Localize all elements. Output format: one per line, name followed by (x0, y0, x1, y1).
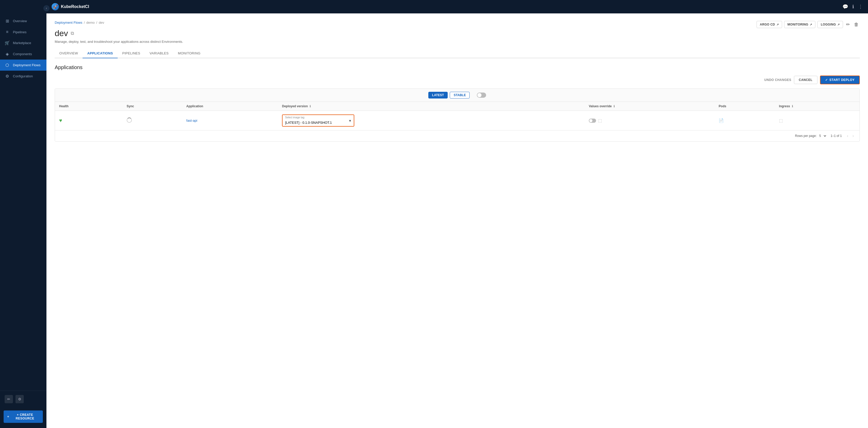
tab-variables[interactable]: VARIABLES (145, 49, 174, 58)
col-header-values-override: Values override ℹ (585, 102, 714, 111)
cancel-button[interactable]: CANCEL (794, 76, 817, 84)
delete-page-button[interactable]: 🗑 (853, 21, 860, 28)
settings-tool-icon[interactable]: ⚙ (16, 395, 24, 403)
deployed-version-info-icon[interactable]: ℹ (310, 105, 311, 108)
start-deploy-checkmark-icon: ✓ (825, 78, 828, 82)
start-deploy-button[interactable]: ✓ START DEPLOY (820, 75, 860, 84)
logging-external-icon: ↗ (837, 23, 840, 26)
argo-cd-external-icon: ↗ (776, 23, 779, 26)
sidebar-item-configuration-label: Configuration (13, 74, 33, 78)
create-resource-plus-icon: + (7, 415, 9, 419)
table-action-bar: UNDO CHANGES CANCEL ✓ START DEPLOY (55, 75, 860, 84)
undo-changes-button[interactable]: UNDO CHANGES (764, 78, 792, 82)
monitoring-button[interactable]: MONITORING ↗ (784, 21, 815, 28)
tab-overview[interactable]: OVERVIEW (55, 49, 83, 58)
page-title-text: dev (55, 29, 68, 38)
cell-deployed-version[interactable]: Select image tag [LATEST] - 0.1.0-SNAPSH… (278, 111, 585, 130)
version-filter-bar: LATEST STABLE (55, 89, 860, 102)
values-edit-icon[interactable]: ⬚ (598, 118, 602, 123)
ingress-info-icon[interactable]: ℹ (792, 105, 793, 108)
version-toggle-switch[interactable] (477, 93, 486, 98)
next-page-button[interactable]: › (851, 133, 855, 139)
rows-per-page-label: Rows per page: (795, 134, 817, 138)
cell-application: fast-api (182, 111, 278, 130)
chat-icon[interactable]: 💬 (842, 4, 848, 9)
sidebar-item-configuration[interactable]: ⚙ Configuration (0, 71, 46, 82)
breadcrumb-deployment-flows[interactable]: Deployment Flows (55, 21, 82, 25)
col-header-pods: Pods (714, 102, 775, 111)
topbar-actions: 💬 ℹ ⋮ (842, 4, 863, 9)
applications-section-title: Applications (55, 64, 860, 70)
sidebar-item-pipelines-label: Pipelines (13, 30, 27, 34)
sidebar-item-marketplace-label: Marketplace (13, 41, 31, 45)
cell-pods: 📄 (714, 111, 775, 130)
start-deploy-label: START DEPLOY (829, 78, 855, 82)
cell-ingress: ⬚ (775, 111, 860, 130)
edit-page-button[interactable]: ✏ (845, 21, 851, 28)
breadcrumb-sep-2: / (96, 21, 97, 25)
argo-cd-label: ARGO CD (760, 23, 775, 26)
sidebar-item-deployment-flows[interactable]: ⬡ Deployment Flows (0, 60, 46, 71)
sync-spinner-icon (127, 118, 132, 123)
rows-per-page-select[interactable]: 5 10 25 (818, 134, 827, 138)
edit-tool-icon[interactable]: ✏ (5, 395, 13, 403)
sidebar-item-components[interactable]: ◈ Components (0, 48, 46, 60)
app-link-fast-api[interactable]: fast-api (186, 119, 197, 123)
sidebar-collapse-button[interactable]: ‹ (43, 5, 50, 12)
tab-bar: OVERVIEW APPLICATIONS PIPELINES VARIABLE… (55, 49, 860, 58)
sidebar-item-components-label: Components (13, 52, 32, 56)
logging-button[interactable]: LOGGING ↗ (817, 21, 843, 28)
sidebar: ‹ ⊞ Overview ≡ Pipelines 🛒 Marketplace ◈… (0, 0, 46, 428)
content-area: Deployment Flows / demo / dev dev ⧉ Mana… (46, 13, 868, 428)
pipelines-icon: ≡ (5, 30, 10, 34)
page-header-actions: ARGO CD ↗ MONITORING ↗ LOGGING ↗ ✏ 🗑 (756, 21, 860, 28)
sidebar-item-pipelines[interactable]: ≡ Pipelines (0, 27, 46, 37)
breadcrumb: Deployment Flows / demo / dev (55, 21, 183, 25)
copy-title-icon[interactable]: ⧉ (71, 31, 74, 36)
create-resource-button[interactable]: + + CREATE RESOURCE (4, 410, 43, 423)
argo-cd-button[interactable]: ARGO CD ↗ (756, 21, 782, 28)
components-icon: ◈ (5, 52, 10, 57)
app-name: KubeRocketCI (61, 4, 89, 9)
more-options-icon[interactable]: ⋮ (858, 4, 863, 9)
sidebar-item-overview[interactable]: ⊞ Overview (0, 15, 46, 27)
health-heart-icon: ♥ (59, 118, 62, 123)
breadcrumb-dev: dev (99, 21, 104, 25)
applications-table: Health Sync Application Deployed version… (55, 102, 860, 130)
ingress-icon[interactable]: ⬚ (779, 118, 783, 123)
col-header-sync: Sync (123, 102, 182, 111)
sidebar-item-deployment-flows-label: Deployment Flows (13, 63, 40, 67)
sidebar-bottom: ✏ ⚙ (0, 391, 46, 407)
configuration-icon: ⚙ (5, 74, 10, 79)
values-override-cell: ⬚ (589, 118, 710, 123)
breadcrumb-sep-1: / (84, 21, 85, 25)
marketplace-icon: 🛒 (5, 40, 10, 45)
values-override-toggle[interactable] (589, 119, 596, 123)
page-nav: ‹ › (845, 133, 855, 139)
latest-filter-button[interactable]: LATEST (428, 92, 448, 98)
logging-label: LOGGING (821, 23, 836, 26)
version-select-wrapper[interactable]: Select image tag [LATEST] - 0.1.0-SNAPSH… (282, 114, 354, 127)
applications-table-container: LATEST STABLE Health Sync Application De… (55, 89, 860, 141)
tab-pipelines[interactable]: PIPELINES (118, 49, 145, 58)
stable-filter-button[interactable]: STABLE (450, 92, 470, 98)
sidebar-nav: ⊞ Overview ≡ Pipelines 🛒 Marketplace ◈ C… (0, 0, 46, 391)
info-icon[interactable]: ℹ (852, 4, 854, 9)
prev-page-button[interactable]: ‹ (845, 133, 850, 139)
sidebar-item-marketplace[interactable]: 🛒 Marketplace (0, 37, 46, 48)
tab-applications[interactable]: APPLICATIONS (83, 49, 117, 58)
page-subtitle: Manage, deploy, test, and troubleshoot y… (55, 40, 183, 43)
col-header-deployed-version: Deployed version ℹ (278, 102, 585, 111)
values-override-info-icon[interactable]: ℹ (614, 105, 615, 108)
page-info: 1–1 of 1 (831, 134, 842, 138)
breadcrumb-demo: demo (87, 21, 95, 25)
version-select-dropdown[interactable]: [LATEST] - 0.1.0-SNAPSHOT.1 (283, 115, 354, 126)
cell-values-override: ⬚ (585, 111, 714, 130)
topbar: 🚀 KubeRocketCI 💬 ℹ ⋮ (46, 0, 868, 13)
pods-icon[interactable]: 📄 (719, 118, 724, 123)
overview-icon: ⊞ (5, 19, 10, 24)
tab-monitoring[interactable]: MONITORING (174, 49, 205, 58)
sidebar-item-overview-label: Overview (13, 19, 27, 23)
cell-health: ♥ (55, 111, 123, 130)
col-header-ingress: Ingress ℹ (775, 102, 860, 111)
